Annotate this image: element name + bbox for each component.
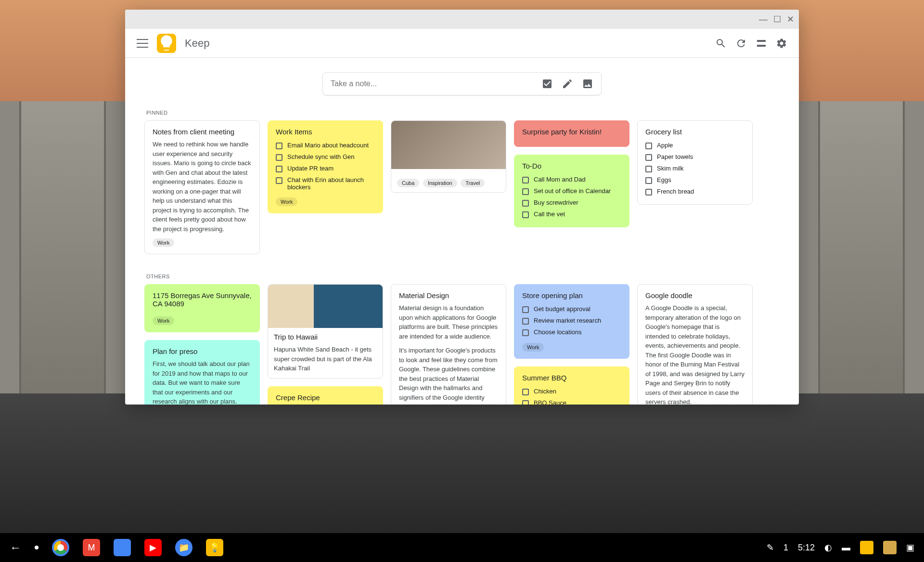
gmail-icon[interactable]: M xyxy=(83,539,100,556)
list-item: Eggs xyxy=(645,174,744,186)
settings-icon[interactable] xyxy=(776,38,787,49)
notification-count[interactable]: 1 xyxy=(783,543,788,553)
new-list-icon[interactable] xyxy=(541,78,553,90)
note-tag[interactable]: Work xyxy=(276,197,297,206)
note-tag[interactable]: Inspiration xyxy=(423,179,457,187)
list-item: Email Mario about headcount xyxy=(276,140,375,151)
list-item: Choose locations xyxy=(522,327,621,338)
checkbox-icon[interactable] xyxy=(276,177,282,184)
note-tag[interactable]: Work xyxy=(153,238,174,247)
note-title: Summer BBQ xyxy=(522,374,621,382)
note-title: Trip to Hawaii xyxy=(274,333,377,341)
pen-icon[interactable]: ✎ xyxy=(767,542,774,553)
note-tag[interactable]: Work xyxy=(522,343,544,352)
checkbox-icon[interactable] xyxy=(276,154,282,161)
new-drawing-icon[interactable] xyxy=(562,78,573,90)
search-icon[interactable] xyxy=(715,38,727,49)
clock[interactable]: 5:12 xyxy=(798,543,815,553)
note-title: Google doodle xyxy=(645,291,744,300)
list-item: Chat with Erin about launch blockers xyxy=(276,174,375,193)
chrome-icon[interactable] xyxy=(52,539,69,556)
checkbox-icon[interactable] xyxy=(522,188,529,195)
checkbox-icon[interactable] xyxy=(645,154,652,161)
tray-more-icon[interactable]: ▣ xyxy=(906,542,914,553)
tray-stick-icon[interactable] xyxy=(883,541,897,554)
note-surprise-party[interactable]: Surprise party for Kristin! xyxy=(514,120,629,147)
checkbox-icon[interactable] xyxy=(645,143,652,149)
note-address[interactable]: 1175 Borregas Ave Sunnyvale, CA 94089 Wo… xyxy=(144,284,260,332)
app-header: Keep xyxy=(125,29,799,58)
window-minimize-button[interactable]: — xyxy=(759,14,768,25)
checkbox-icon[interactable] xyxy=(522,329,529,336)
note-body: It's important for Google's products to … xyxy=(399,346,498,405)
take-note-input[interactable] xyxy=(322,72,602,95)
checkbox-icon[interactable] xyxy=(645,177,652,184)
note-preso[interactable]: Plan for preso First, we should talk abo… xyxy=(144,340,260,405)
note-title: Crepe Recipe xyxy=(276,393,375,402)
note-body: Material design is a foundation upon whi… xyxy=(399,303,498,341)
note-title: Material Design xyxy=(399,291,498,300)
content-area: PINNED Notes from client meeting We need… xyxy=(125,58,799,405)
list-item: Set out of office in Calendar xyxy=(522,185,621,197)
list-item: Get budget approval xyxy=(522,303,621,315)
note-image xyxy=(268,285,383,328)
note-todo[interactable]: To-Do Call Mom and Dad Set out of office… xyxy=(514,155,629,227)
window-close-button[interactable]: ✕ xyxy=(787,14,794,25)
note-grocery[interactable]: Grocery list Apple Paper towels Skim mil… xyxy=(637,120,753,205)
note-crepe[interactable]: Crepe Recipe 1. In a blender, combine fl… xyxy=(268,386,383,405)
wifi-icon[interactable]: ◐ xyxy=(824,542,832,553)
back-icon[interactable]: ← xyxy=(10,541,21,554)
files-icon[interactable]: 📁 xyxy=(175,539,192,556)
window-maximize-button[interactable]: ☐ xyxy=(773,14,781,25)
refresh-icon[interactable] xyxy=(735,38,747,49)
note-body: First, we should talk about our plan for… xyxy=(153,359,252,405)
note-title: Grocery list xyxy=(645,128,744,136)
main-menu-icon[interactable] xyxy=(137,39,148,48)
app-title: Keep xyxy=(185,37,209,50)
list-item: Paper towels xyxy=(645,151,744,163)
docs-icon[interactable] xyxy=(114,539,131,556)
checkbox-icon[interactable] xyxy=(522,306,529,313)
note-car-image[interactable]: Cuba Inspiration Travel xyxy=(391,120,506,193)
note-title: Work Items xyxy=(276,128,375,136)
note-material-design[interactable]: Material Design Material design is a fou… xyxy=(391,284,506,405)
list-item: Buy screwdriver xyxy=(522,197,621,209)
youtube-icon[interactable]: ▶ xyxy=(144,539,162,556)
checkbox-icon[interactable] xyxy=(522,200,529,207)
note-title: Plan for preso xyxy=(153,347,252,355)
note-tag[interactable]: Work xyxy=(153,316,174,325)
note-title: Store opening plan xyxy=(522,291,621,300)
checkbox-icon[interactable] xyxy=(522,389,529,395)
others-notes-grid: 1175 Borregas Ave Sunnyvale, CA 94089 Wo… xyxy=(144,284,780,405)
checkbox-icon[interactable] xyxy=(645,189,652,196)
note-input-field[interactable] xyxy=(331,79,533,88)
note-work-items[interactable]: Work Items Email Mario about headcount S… xyxy=(268,120,383,213)
list-item: Apple xyxy=(645,140,744,151)
note-doodle[interactable]: Google doodle A Google Doodle is a speci… xyxy=(637,284,753,405)
battery-icon[interactable]: ▬ xyxy=(842,543,850,553)
checkbox-icon[interactable] xyxy=(522,318,529,325)
checkbox-icon[interactable] xyxy=(522,211,529,218)
keep-logo-icon xyxy=(157,34,176,53)
checkbox-icon[interactable] xyxy=(276,143,282,149)
checkbox-icon[interactable] xyxy=(522,400,529,405)
note-hawaii[interactable]: Trip to Hawaii Hapuna White Sand Beach -… xyxy=(268,284,383,379)
list-item: Schedule sync with Gen xyxy=(276,151,375,163)
list-item: Review market research xyxy=(522,315,621,327)
checkbox-icon[interactable] xyxy=(645,166,652,172)
list-view-icon[interactable] xyxy=(756,38,767,49)
note-body: Hapuna White Sand Beach - it gets super … xyxy=(274,345,377,373)
checkbox-icon[interactable] xyxy=(522,177,529,183)
tray-keep-icon[interactable] xyxy=(860,541,873,554)
keep-taskbar-icon[interactable]: 💡 xyxy=(206,539,223,556)
list-item: BBQ Sauce xyxy=(522,397,621,405)
note-client-meeting[interactable]: Notes from client meeting We need to ret… xyxy=(144,120,260,254)
new-image-icon[interactable] xyxy=(582,78,593,90)
launcher-icon[interactable] xyxy=(35,546,38,549)
note-tag[interactable]: Cuba xyxy=(397,179,419,187)
note-tag[interactable]: Travel xyxy=(461,179,485,187)
note-bbq[interactable]: Summer BBQ Chicken BBQ Sauce Ribs xyxy=(514,366,629,405)
checkbox-icon[interactable] xyxy=(276,166,282,172)
list-item: Call Mom and Dad xyxy=(522,174,621,185)
note-store-opening[interactable]: Store opening plan Get budget approval R… xyxy=(514,284,629,359)
